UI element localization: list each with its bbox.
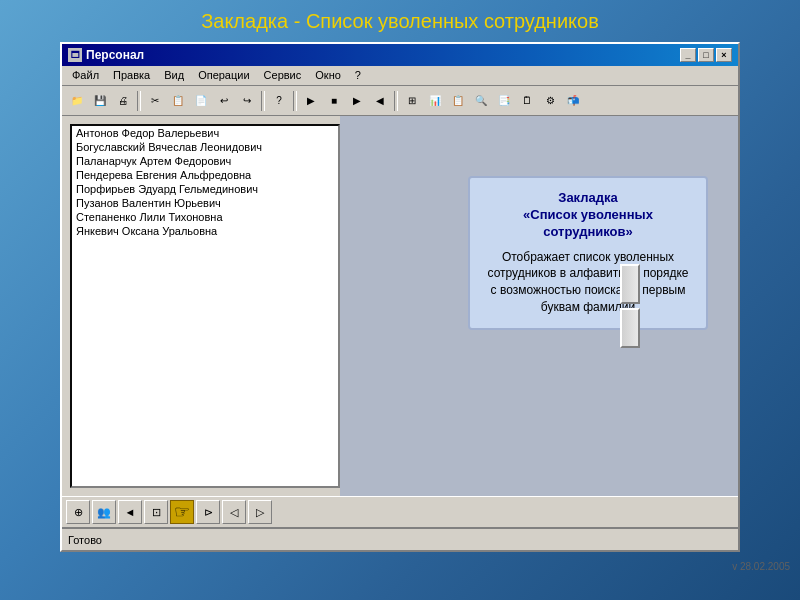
info-box: Закладка«Список уволенныхсотрудников» От… <box>468 176 708 330</box>
bottom-btn-prev[interactable]: ◁ <box>222 500 246 524</box>
toolbar-cut[interactable]: ✂ <box>144 90 166 112</box>
bottom-btn-hand[interactable]: ☞ <box>170 500 194 524</box>
toolbar-copy[interactable]: 📋 <box>167 90 189 112</box>
content-area: Антонов Федор Валерьевич Богуславский Вя… <box>62 116 738 496</box>
toolbar-grid[interactable]: ⊞ <box>401 90 423 112</box>
bottom-btn-play[interactable]: ⊳ <box>196 500 220 524</box>
status-text: Готово <box>68 534 102 546</box>
menu-operations[interactable]: Операции <box>192 68 255 83</box>
list-item[interactable]: Порфирьев Эдуард Гельмединович <box>72 182 338 196</box>
status-bar: Готово <box>62 528 738 550</box>
toolbar-stop[interactable]: ■ <box>323 90 345 112</box>
bottom-btn-users[interactable]: 👥 <box>92 500 116 524</box>
hand-cursor-icon: ☞ <box>174 501 190 523</box>
bottom-btn-next[interactable]: ▷ <box>248 500 272 524</box>
list-item[interactable]: Антонов Федор Валерьевич <box>72 126 338 140</box>
toolbar-print[interactable]: 🖨 <box>112 90 134 112</box>
bottom-btn-add[interactable]: ⊕ <box>66 500 90 524</box>
toolbar-sep2 <box>261 91 265 111</box>
toolbar-run[interactable]: ▶ <box>300 90 322 112</box>
main-window: 🗔 Персонал _ □ × Файл Правка Вид Операци… <box>60 42 740 552</box>
toolbar-mail[interactable]: 📬 <box>562 90 584 112</box>
minimize-button[interactable]: _ <box>680 48 696 62</box>
list-item[interactable]: Степаненко Лили Тихоновна <box>72 210 338 224</box>
list-item[interactable]: Пузанов Валентин Юрьевич <box>72 196 338 210</box>
toolbar-open[interactable]: 📁 <box>66 90 88 112</box>
toolbar-settings[interactable]: ⚙ <box>539 90 561 112</box>
employee-list[interactable]: Антонов Федор Валерьевич Богуславский Вя… <box>70 124 340 488</box>
menu-help[interactable]: ? <box>349 68 367 83</box>
right-panel: Закладка«Список уволенныхсотрудников» От… <box>340 116 738 496</box>
menu-edit[interactable]: Правка <box>107 68 156 83</box>
menu-window[interactable]: Окно <box>309 68 347 83</box>
page-title: Закладка - Список уволенных сотрудников <box>0 0 800 41</box>
scroll-handle-top[interactable] <box>620 264 640 304</box>
toolbar-search[interactable]: 🔍 <box>470 90 492 112</box>
toolbar: 📁 💾 🖨 ✂ 📋 📄 ↩ ↪ ? ▶ ■ ▶ ◀ ⊞ 📊 📋 🔍 📑 🗒 ⚙ … <box>62 86 738 116</box>
list-item[interactable]: Янкевич Оксана Уральовна <box>72 224 338 238</box>
toolbar-next[interactable]: ▶ <box>346 90 368 112</box>
title-bar-buttons: _ □ × <box>680 48 732 62</box>
list-item[interactable]: Паланарчук Артем Федорович <box>72 154 338 168</box>
window-icon: 🗔 <box>68 48 82 62</box>
bottom-btn-back[interactable]: ◄ <box>118 500 142 524</box>
bottom-toolbar: ⊕ 👥 ◄ ⊡ ☞ ⊳ ◁ ▷ <box>62 496 738 528</box>
toolbar-paste[interactable]: 📄 <box>190 90 212 112</box>
toolbar-sep4 <box>394 91 398 111</box>
toolbar-undo[interactable]: ↩ <box>213 90 235 112</box>
toolbar-sep1 <box>137 91 141 111</box>
info-box-title: Закладка«Список уволенныхсотрудников» <box>486 190 690 241</box>
bottom-btn-grid[interactable]: ⊡ <box>144 500 168 524</box>
toolbar-sep3 <box>293 91 297 111</box>
toolbar-help[interactable]: ? <box>268 90 290 112</box>
version-text: v 28.02.2005 <box>732 561 790 572</box>
title-bar: 🗔 Персонал _ □ × <box>62 44 738 66</box>
window-title: Персонал <box>86 48 144 62</box>
list-item[interactable]: Пендерева Евгения Альфредовна <box>72 168 338 182</box>
scroll-handle-bottom[interactable] <box>620 308 640 348</box>
info-box-description: Отображает список уволенных сотрудников … <box>486 249 690 316</box>
toolbar-doc[interactable]: 🗒 <box>516 90 538 112</box>
menu-service[interactable]: Сервис <box>258 68 308 83</box>
scrollbar-area <box>620 264 640 348</box>
toolbar-chart[interactable]: 📊 <box>424 90 446 112</box>
toolbar-prev[interactable]: ◀ <box>369 90 391 112</box>
maximize-button[interactable]: □ <box>698 48 714 62</box>
menu-file[interactable]: Файл <box>66 68 105 83</box>
menu-view[interactable]: Вид <box>158 68 190 83</box>
toolbar-list[interactable]: 📋 <box>447 90 469 112</box>
toolbar-save[interactable]: 💾 <box>89 90 111 112</box>
toolbar-report[interactable]: 📑 <box>493 90 515 112</box>
close-button[interactable]: × <box>716 48 732 62</box>
toolbar-redo[interactable]: ↪ <box>236 90 258 112</box>
list-item[interactable]: Богуславский Вячеслав Леонидович <box>72 140 338 154</box>
menu-bar: Файл Правка Вид Операции Сервис Окно ? <box>62 66 738 86</box>
